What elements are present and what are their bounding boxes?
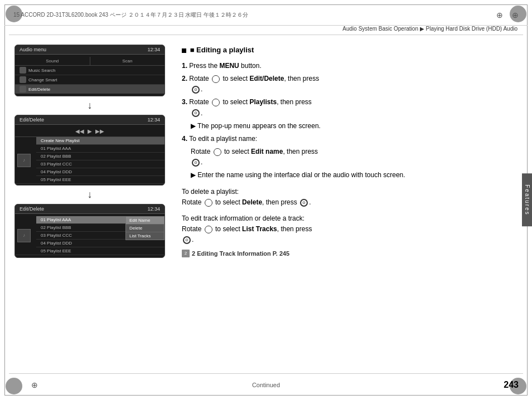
subtitle-breadcrumb: Audio System Basic Operation ▶ Playing H… [341,26,519,32]
step2-num: 2. [182,75,187,82]
screen3-row-p4: 04 Playlist DDD [36,240,165,247]
screen2-title: Edit/Delete [20,117,44,123]
context-menu-popup: Edit Name Delete List Tracks [125,216,165,240]
screen1-time: 12:34 [147,47,160,52]
screen2-header: Edit/Delete 12:34 [15,115,165,125]
push-icon-del: ⊙ [300,199,308,207]
next-btn: ▶▶ [95,128,104,134]
popup-list-tracks: List Tracks [126,232,164,240]
dial-icon-2 [212,75,220,83]
step1-text: Press the MENU button. [189,62,261,70]
dial-icon-track [205,226,212,233]
screen2-thumb: ♪ [15,137,36,184]
page-number: 243 [504,380,523,390]
screen1-body: Sound Scan Music Search Change Smart Edi… [15,55,165,96]
arrow-down-1: ↓ [88,96,93,115]
step3-push: ⊙. [191,108,512,119]
page-footer: ⊕ Continued 243 [9,373,523,396]
main-content: Audio menu 12:34 Sound Scan Music Search… [9,39,523,372]
screen2-row-create: Create New Playlist [36,137,165,145]
step-1: 1. Press the MENU button. [182,61,512,71]
screen2-row3-text: 03 Playlist CCC [41,162,72,167]
step2-bold: Edit/Delete [249,75,284,82]
page-header: 15 ACCORD 2D-31T3L6200.book 243 ページ ２０１４… [4,4,528,26]
screen2-row2-text: 02 Playlist BBB [41,154,71,159]
dial-icon-4 [214,148,221,156]
crosshair-left: ⊕ [496,11,503,19]
screen1-row-edit: Edit/Delete [15,85,165,94]
screen2-row-p5: 05 Playlist EEE [36,176,165,184]
heading-square [182,48,186,53]
list-tracks-bold: List Tracks [242,225,277,233]
edit-track-label: To edit track information or delete a tr… [182,213,512,224]
screen-edit-popup: Edit/Delete 12:34 ♪ 01 Playlist AAA [14,204,165,258]
step1-bold: MENU [219,62,239,70]
screen3-rows: 01 Playlist AAA 02 Playlist BBB 03 Playl… [36,216,165,255]
screen2-row-p3: 03 Playlist CCC [36,160,165,168]
footer-continued: Continued [252,382,280,388]
screen3-row-p5: 05 Playlist EEE [36,247,165,255]
music-icon [20,67,26,74]
step1-num: 1. [182,62,187,70]
step-3: 3. Rotate to select Playlists, then pres… [182,97,512,118]
popup-edit-name: Edit Name [126,217,164,225]
screen3-header: Edit/Delete 12:34 [15,204,165,214]
screen1-row1-text: Music Search [28,68,55,73]
screen2-list-area: ♪ Create New Playlist 01 Playlist AAA 02… [15,137,165,184]
screen1-header: Audio menu 12:34 [15,45,165,55]
screen1-row2-text: Change Smart [28,77,57,82]
ref-text: 2 Editing Track Information P. 245 [192,249,289,259]
album-thumb: ♪ [17,154,31,167]
step3-text: Rotate to select Playlists, then press [189,98,311,106]
popup-delete: Delete [126,225,164,232]
crosshair-footer-left: ⊕ [31,381,38,389]
edit-icon [20,86,26,92]
screen2-rows: Create New Playlist 01 Playlist AAA 02 P… [36,137,165,184]
screen2-row-p4: 04 Playlist DDD [36,168,165,176]
screen3-row4-text: 05 Playlist EEE [41,248,71,253]
screen3-row1-text: 02 Playlist BBB [41,225,71,230]
breadcrumb-text: Audio System Basic Operation ▶ Playing H… [342,26,518,32]
step4-num: 4. [182,135,187,143]
delete-detail: Rotate to select Delete, then press ⊙. [182,197,512,208]
screens-column: Audio menu 12:34 Sound Scan Music Search… [9,39,171,372]
screen1-row-change: Change Smart [15,75,165,85]
screen3-time: 12:34 [147,206,160,212]
change-icon [20,76,26,83]
thumb-icon: ♪ [23,158,25,163]
step3-num: 3. [182,98,187,106]
screen2-time: 12:34 [147,117,160,123]
edit-track-section: To edit track information or delete a tr… [182,213,512,246]
thumb-icon-3: ♪ [23,233,25,238]
screen1-row-music: Music Search [15,66,165,75]
delete-section: To delete a playlist: Rotate to select D… [182,187,512,208]
subtitle-divider [9,35,523,35]
push-icon-3: ⊙ [192,109,200,117]
step4-bold: Edit name [251,148,283,155]
play-btn: ▶ [88,128,92,134]
delete-bold: Delete [242,198,262,206]
step-4: 4. To edit a playlist name: [182,134,512,144]
features-tab-label: Features [524,184,530,215]
delete-label: To delete a playlist: [182,187,512,197]
step4-note: ▶ Enter the name using the interface dia… [191,170,512,181]
step-2: 2. Rotate to select Edit/Delete, then pr… [182,74,512,95]
screen1-tab-sound: Sound [15,57,90,65]
screen-edit-delete: Edit/Delete 12:34 ◀◀ ▶ ▶▶ ♪ [14,115,165,186]
screen-audio-menu: Audio menu 12:34 Sound Scan Music Search… [14,45,165,96]
dial-icon-3 [212,99,220,106]
screen2-row-p2: 02 Playlist BBB [36,153,165,160]
section-title-text: ■ Editing a playlist [190,46,254,54]
prev-btn: ◀◀ [75,128,84,134]
arrow-down-2: ↓ [88,186,93,204]
screen1-tab-scan: Scan [90,57,165,65]
playback-controls: ◀◀ ▶ ▶▶ [15,126,165,137]
screen2-body: ◀◀ ▶ ▶▶ ♪ Create New Playlist [15,125,165,185]
screen2-row1-text: 01 Playlist AAA [41,146,71,151]
screen1-row3-text: Edit/Delete [28,87,50,92]
reference-link: 2 2 Editing Track Information P. 245 [182,249,512,259]
push-icon-2: ⊙ [192,86,200,94]
step2-push: ⊙. [191,84,512,95]
screen2-row4-text: 04 Playlist DDD [41,169,72,174]
push-icon-track: ⊙ [183,236,191,244]
